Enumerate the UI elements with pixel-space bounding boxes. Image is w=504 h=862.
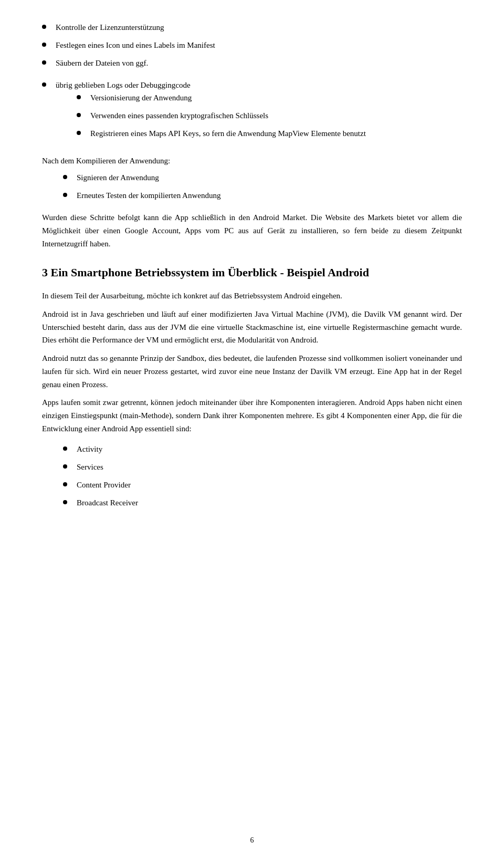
sub-bullet-text: Versionisierung der Anwendung bbox=[90, 91, 192, 104]
list-item: Registrieren eines Maps API Keys, so fer… bbox=[77, 127, 462, 140]
bullet-icon bbox=[63, 446, 67, 451]
bullet-icon bbox=[63, 193, 67, 197]
list-item: Services bbox=[63, 461, 462, 473]
block1-sub-list: Versionisierung der Anwendung Verwenden … bbox=[56, 91, 462, 140]
bullet-icon bbox=[63, 464, 67, 469]
block1-list: übrig geblieben Logs oder Debuggingcode … bbox=[42, 79, 462, 145]
bullet-text: Content Provider bbox=[77, 479, 462, 491]
list-item: Signieren der Anwendung bbox=[63, 171, 462, 184]
component-bullet-list: Activity Services Content Provider Broad… bbox=[42, 443, 462, 509]
paragraph5: Apps laufen somit zwar getrennt, können … bbox=[42, 396, 462, 435]
list-item: Activity bbox=[63, 443, 462, 455]
list-item: Erneutes Testen der kompilierten Anwendu… bbox=[63, 189, 462, 202]
sub-bullet-text: Registrieren eines Maps API Keys, so fer… bbox=[90, 127, 366, 140]
bullet-icon bbox=[63, 175, 67, 179]
bullet-text: Services bbox=[77, 461, 462, 473]
block1: übrig geblieben Logs oder Debuggingcode … bbox=[42, 79, 462, 145]
section-heading: 3 Ein Smartphone Betriebssystem im Überb… bbox=[42, 265, 462, 281]
top-bullet-list: Kontrolle der Lizenzunterstützung Festle… bbox=[42, 21, 462, 69]
paragraph2: In diesem Teil der Ausarbeitung, möchte … bbox=[42, 289, 462, 303]
list-item: übrig geblieben Logs oder Debuggingcode … bbox=[42, 79, 462, 145]
list-item: Säubern der Dateien von ggf. bbox=[42, 57, 462, 69]
bullet-icon bbox=[63, 500, 67, 504]
bullet-icon bbox=[42, 43, 46, 47]
page: Kontrolle der Lizenzunterstützung Festle… bbox=[0, 0, 504, 862]
block2: Nach dem Kompilieren der Anwendung: Sign… bbox=[42, 154, 462, 202]
bullet-text: Kontrolle der Lizenzunterstützung bbox=[56, 21, 462, 34]
bullet-text: Broadcast Receiver bbox=[77, 496, 462, 509]
bullet-icon bbox=[77, 95, 81, 99]
bullet-text: Signieren der Anwendung bbox=[77, 171, 462, 184]
list-item: Kontrolle der Lizenzunterstützung bbox=[42, 21, 462, 34]
bullet-text: Festlegen eines Icon und eines Labels im… bbox=[56, 39, 462, 51]
block1-intro: übrig geblieben Logs oder Debuggingcode … bbox=[56, 79, 462, 145]
block2-label: Nach dem Kompilieren der Anwendung: bbox=[42, 154, 462, 167]
list-item: Versionisierung der Anwendung bbox=[77, 91, 462, 104]
bullet-text: Säubern der Dateien von ggf. bbox=[56, 57, 462, 69]
block2-list: Signieren der Anwendung Erneutes Testen … bbox=[42, 171, 462, 202]
sub-bullet-text: Verwenden eines passenden kryptografisch… bbox=[90, 109, 268, 122]
bullet-icon bbox=[77, 131, 81, 135]
list-item: Broadcast Receiver bbox=[63, 496, 462, 509]
bullet-icon bbox=[42, 25, 46, 29]
paragraph1: Wurden diese Schritte befolgt kann die A… bbox=[42, 211, 462, 250]
bullet-icon bbox=[42, 60, 46, 65]
paragraph3: Android ist in Java geschrieben und läuf… bbox=[42, 308, 462, 347]
bullet-icon bbox=[63, 482, 67, 486]
bullet-text: Erneutes Testen der kompilierten Anwendu… bbox=[77, 189, 462, 202]
list-item: Content Provider bbox=[63, 479, 462, 491]
list-item: Verwenden eines passenden kryptografisch… bbox=[77, 109, 462, 122]
bullet-text: Activity bbox=[77, 443, 462, 455]
bullet-icon bbox=[42, 82, 46, 87]
page-number: 6 bbox=[250, 835, 254, 846]
bullet-icon bbox=[77, 113, 81, 117]
paragraph4: Android nutzt das so genannte Prinzip de… bbox=[42, 352, 462, 391]
list-item: Festlegen eines Icon und eines Labels im… bbox=[42, 39, 462, 51]
